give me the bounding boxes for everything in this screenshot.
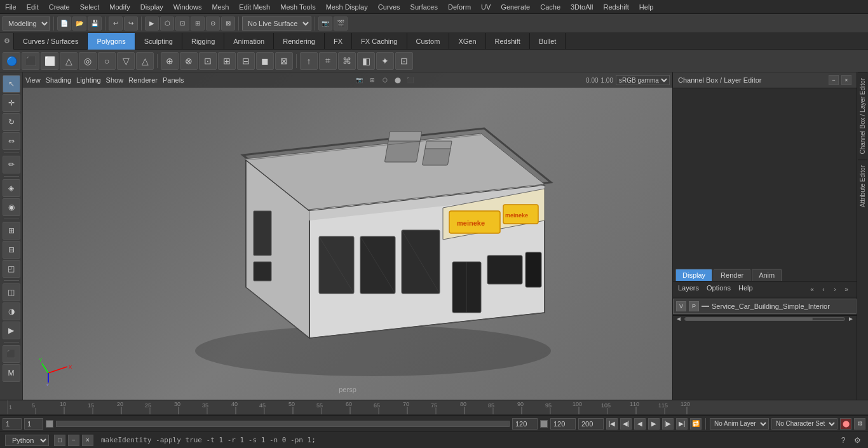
menu-modify[interactable]: Modify xyxy=(104,2,135,12)
panel-scrollbar[interactable]: ◄ ► xyxy=(673,315,857,322)
menu-help[interactable]: Help xyxy=(634,2,659,12)
transform-btn[interactable]: ⊞ xyxy=(191,17,205,31)
tab-display[interactable]: Display xyxy=(675,269,712,281)
outline-lt[interactable]: ◰ xyxy=(3,260,20,278)
paint-select-btn[interactable]: ⊡ xyxy=(175,17,189,31)
select-tool-lt[interactable]: ↖ xyxy=(3,75,20,93)
maya-logo-lt[interactable]: M xyxy=(3,364,20,382)
shelf-mirror-btn[interactable]: ⊠ xyxy=(275,52,293,70)
shelf-extract-btn[interactable]: ⊡ xyxy=(199,52,217,70)
panel-close-btn[interactable]: × xyxy=(841,75,851,85)
menu-create[interactable]: Create xyxy=(44,2,75,12)
menu-cache[interactable]: Cache xyxy=(535,2,566,12)
vtab-channel-box[interactable]: Channel Box / Layer Editor xyxy=(858,72,867,160)
new-file-btn[interactable]: 📄 xyxy=(57,17,71,31)
menu-curves[interactable]: Curves xyxy=(373,2,405,12)
tab-fx[interactable]: FX xyxy=(325,33,352,50)
shelf-torus-btn[interactable]: ◎ xyxy=(79,52,97,70)
shelf-cube-btn[interactable]: ⬛ xyxy=(22,52,39,70)
shelf-prism-btn[interactable]: ▽ xyxy=(117,52,135,70)
camera-btn[interactable]: 📷 xyxy=(318,17,332,31)
play-fwd-btn[interactable]: ▶ xyxy=(648,418,660,430)
color-space-dropdown[interactable]: sRGB gamma xyxy=(616,75,670,85)
layer-name[interactable]: Service_Car_Building_Simple_Interior xyxy=(712,302,853,310)
shelf-separate-btn[interactable]: ⊗ xyxy=(180,52,198,70)
render-lt[interactable]: ▶ xyxy=(3,322,20,339)
tab-curves-surfaces[interactable]: Curves / Surfaces xyxy=(14,33,88,50)
help-icon-btn[interactable]: ? xyxy=(837,435,849,446)
vp-grid-icon[interactable]: ⊞ xyxy=(367,74,378,86)
vp-camera-icon[interactable]: 📷 xyxy=(354,74,365,86)
menu-deform[interactable]: Deform xyxy=(443,2,476,12)
redo-btn[interactable]: ↪ xyxy=(124,17,138,31)
scripting-language-dropdown[interactable]: Python xyxy=(5,435,49,446)
vp-menu-shading[interactable]: Shading xyxy=(46,76,71,84)
tab-bullet[interactable]: Bullet xyxy=(530,33,566,50)
undo-btn[interactable]: ↩ xyxy=(109,17,123,31)
tab-settings-btn[interactable]: ⚙ xyxy=(0,33,14,50)
tab-render[interactable]: Render xyxy=(714,269,750,281)
vp-menu-view[interactable]: View xyxy=(25,76,41,84)
save-file-btn[interactable]: 💾 xyxy=(88,17,102,31)
layer-scroll-first[interactable]: « xyxy=(807,284,817,294)
shelf-disk-btn[interactable]: ○ xyxy=(98,52,116,70)
layer-playback-btn[interactable]: P xyxy=(689,301,699,311)
grid-lt[interactable]: ⊟ xyxy=(3,241,20,259)
menu-3dtool[interactable]: 3DtoAll xyxy=(566,2,598,12)
tab-xgen[interactable]: XGen xyxy=(449,33,485,50)
show-manip-lt[interactable]: ⊞ xyxy=(3,222,20,240)
vp-menu-show[interactable]: Show xyxy=(106,76,124,84)
layer-scroll-last[interactable]: » xyxy=(841,284,851,294)
layer-visibility-btn[interactable]: V xyxy=(676,301,686,311)
vp-menu-panels[interactable]: Panels xyxy=(163,76,184,84)
menu-uv[interactable]: UV xyxy=(476,2,496,12)
scale-tool-lt[interactable]: ⇔ xyxy=(3,132,20,150)
go-to-start-btn[interactable]: |◀ xyxy=(606,418,618,430)
menu-generate[interactable]: Generate xyxy=(496,2,535,12)
layer-scroll-next[interactable]: › xyxy=(830,284,840,294)
vp-menu-renderer[interactable]: Renderer xyxy=(128,76,158,84)
tab-redshift[interactable]: Redshift xyxy=(486,33,530,50)
panel-minimize-btn[interactable]: − xyxy=(829,75,839,85)
menu-mesh-tools[interactable]: Mesh Tools xyxy=(275,2,320,12)
minimize-script-btn[interactable]: − xyxy=(68,435,79,446)
shelf-cone-btn[interactable]: △ xyxy=(60,52,78,70)
menu-mesh[interactable]: Mesh xyxy=(207,2,234,12)
tab-sculpting[interactable]: Sculpting xyxy=(135,33,182,50)
tab-rendering[interactable]: Rendering xyxy=(274,33,325,50)
settings-icon-btn[interactable]: ⚙ xyxy=(851,435,863,446)
shelf-extrude-btn[interactable]: ↑ xyxy=(300,52,318,70)
layer-menu-help[interactable]: Help xyxy=(738,284,753,294)
tab-rigging[interactable]: Rigging xyxy=(182,33,224,50)
rotate-tool-lt[interactable]: ↻ xyxy=(3,113,20,131)
step-back-btn[interactable]: ◀| xyxy=(620,418,632,430)
script-window-icon[interactable]: □ xyxy=(54,435,65,446)
scale-btn[interactable]: ⊠ xyxy=(221,17,235,31)
camera-lt[interactable]: ◫ xyxy=(3,283,20,301)
scroll-left-btn[interactable]: ◄ xyxy=(675,315,682,322)
menu-windows[interactable]: Windows xyxy=(168,2,207,12)
shelf-wedge-btn[interactable]: ◧ xyxy=(357,52,375,70)
rotate-btn[interactable]: ⊙ xyxy=(206,17,220,31)
menu-edit[interactable]: Edit xyxy=(22,2,44,12)
auto-key-btn[interactable]: ⬤ xyxy=(840,418,851,430)
menu-file[interactable]: File xyxy=(0,2,22,12)
shelf-combine-btn[interactable]: ⊕ xyxy=(161,52,179,70)
timeline-playback-bar[interactable] xyxy=(56,421,510,427)
snap-tool-lt[interactable]: ◈ xyxy=(3,179,20,197)
move-tool-lt[interactable]: ✛ xyxy=(3,94,20,112)
shelf-pyramid-btn[interactable]: △ xyxy=(136,52,154,70)
menu-surfaces[interactable]: Surfaces xyxy=(405,2,443,12)
close-script-btn[interactable]: × xyxy=(82,435,93,446)
scrollbar-track[interactable] xyxy=(684,317,845,321)
shelf-cylinder-btn[interactable]: ⬜ xyxy=(41,52,58,70)
timeline-ruler[interactable]: 1 5 10 15 20 25 30 35 40 45 50 xyxy=(0,400,868,415)
menu-redshift[interactable]: Redshift xyxy=(598,2,634,12)
current-frame-field-left[interactable] xyxy=(3,418,22,430)
layer-menu-options[interactable]: Options xyxy=(707,284,731,294)
loop-btn[interactable]: 🔁 xyxy=(690,418,702,430)
vp-smooth-icon[interactable]: ⬤ xyxy=(392,74,403,86)
char-set-dropdown[interactable]: No Character Set xyxy=(771,418,837,430)
scroll-right-btn[interactable]: ► xyxy=(848,315,854,322)
step-fwd-btn[interactable]: |▶ xyxy=(662,418,674,430)
